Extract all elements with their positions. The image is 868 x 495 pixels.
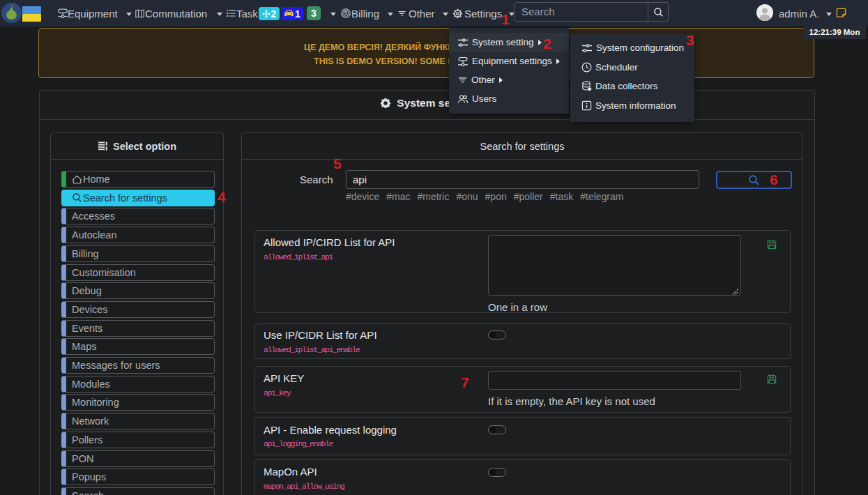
svg-text:S: S bbox=[344, 10, 348, 16]
